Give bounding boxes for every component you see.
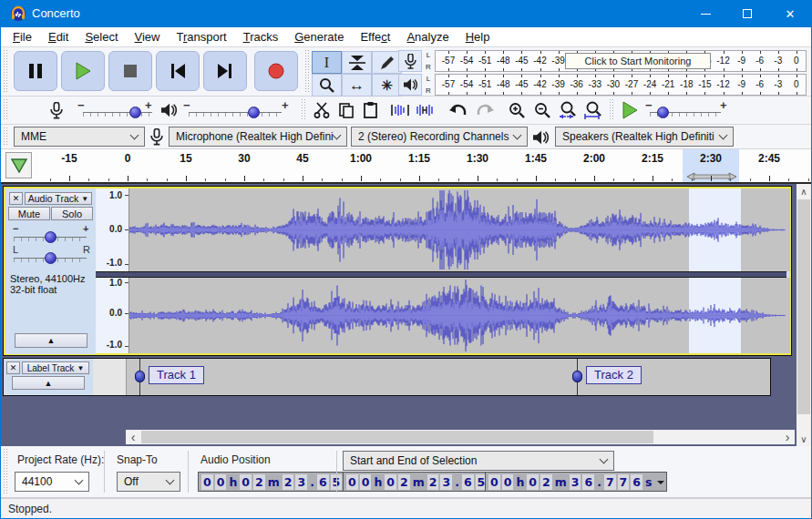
fit-project-button[interactable] [581,98,606,122]
fit-selection-button[interactable] [556,98,581,122]
snap-to-select[interactable]: Off [117,472,180,492]
audio-host-select[interactable]: MME [14,127,145,147]
vertical-scroll-thumb[interactable] [797,199,810,414]
time-digit[interactable]: 0 [385,474,396,490]
close-button[interactable]: ✕ [769,0,811,27]
play-button[interactable] [61,51,105,91]
time-unit[interactable]: . [597,475,601,489]
time-digit[interactable]: 0 [527,474,539,490]
time-unit[interactable]: m [555,475,567,489]
label-track-menu-button[interactable]: Label Track ▼ [22,361,89,374]
project-rate-select[interactable]: 44100 [15,472,89,492]
record-button[interactable] [254,51,298,91]
selection-end-field[interactable]: 00h02m36.776s [485,472,667,492]
menu-item-help[interactable]: Help [457,27,499,47]
timeline-ruler[interactable]: -1501530451:001:151:301:452:002:152:302:… [1,149,811,184]
skip-to-end-button[interactable] [203,51,247,91]
time-unit[interactable]: . [310,475,314,489]
zoom-out-button[interactable] [530,98,555,122]
time-digit[interactable]: 0 [502,474,514,490]
recording-meter[interactable]: LR -57-54-51-48-45-42-39-36-33-30-27-24-… [398,49,807,73]
time-digit[interactable]: 6 [462,474,474,490]
undo-button[interactable] [446,98,470,122]
selection-mode-select[interactable]: Start and End of Selection [343,451,614,471]
cut-button[interactable] [309,98,334,122]
label-marker-handle[interactable] [572,371,582,382]
mixer-toolbar-grip[interactable] [4,99,8,121]
scroll-up-button[interactable]: ∧ [797,184,811,198]
silence-audio-button[interactable] [412,98,437,122]
time-digit[interactable]: 7 [604,474,616,490]
menu-item-effect[interactable]: Effect [352,27,398,47]
audio-track-collapse-button[interactable]: ▲ [15,333,87,348]
timefield-dropdown-icon[interactable] [657,481,664,488]
menu-item-file[interactable]: File [5,27,40,47]
menu-item-analyze[interactable]: Analyze [398,27,457,47]
audio-track[interactable]: ✕ Audio Track ▼ Mute Solo − + L R [3,186,792,356]
label-track-collapse-button[interactable]: ▲ [12,376,85,390]
record-volume-thumb[interactable] [129,107,141,118]
scroll-right-button[interactable]: › [780,430,795,444]
time-digit[interactable]: 3 [295,474,307,490]
time-digit[interactable]: 0 [346,474,358,490]
time-digit[interactable]: 2 [398,474,410,490]
audio-track-close-button[interactable]: ✕ [9,192,23,205]
play-speed-thumb[interactable] [657,107,669,118]
solo-button[interactable]: Solo [51,207,93,220]
time-digit[interactable]: 0 [240,474,252,490]
scroll-down-button[interactable]: ∨ [797,432,811,446]
channel1-waveform[interactable] [129,188,790,271]
menu-item-view[interactable]: View [127,27,169,47]
pause-button[interactable] [14,51,57,91]
redo-button[interactable] [472,98,497,122]
zoom-tool-button[interactable] [312,74,342,97]
time-digit[interactable]: 3 [440,474,452,490]
copy-button[interactable] [334,98,358,122]
time-unit[interactable]: m [413,475,425,489]
channel2-waveform[interactable] [129,278,790,353]
time-digit[interactable]: 2 [253,474,265,490]
title-bar[interactable]: Concerto ✕ [1,0,811,27]
envelope-tool-button[interactable] [342,51,372,74]
time-unit[interactable]: m [268,475,280,489]
label-text-box[interactable]: Track 1 [149,366,204,384]
tools-toolbar-grip[interactable] [305,50,310,93]
time-digit[interactable]: 7 [618,474,630,490]
time-digit[interactable]: 6 [317,474,329,490]
edit-toolbar-grip[interactable] [302,99,306,121]
menu-item-transport[interactable]: Transport [168,27,234,47]
zoom-in-button[interactable] [505,98,529,122]
vertical-scrollbar[interactable]: ∧ ∨ [797,184,811,446]
play-at-speed-button[interactable] [617,98,642,122]
time-unit[interactable]: s [645,475,652,489]
gain-thumb[interactable] [45,231,57,243]
time-unit[interactable]: h [374,475,382,489]
time-digit[interactable]: 3 [570,474,581,490]
time-digit[interactable]: 0 [201,474,213,490]
channel2-vertical-ruler[interactable]: 1.0 0.0 -1.0 [96,278,129,353]
menu-item-generate[interactable]: Generate [286,27,352,47]
time-unit[interactable]: . [455,475,459,489]
transport-toolbar-grip[interactable] [4,50,8,93]
selection-toolbar-grip[interactable] [4,449,8,494]
time-shift-tool-button[interactable]: ↔ [342,74,372,97]
selection-tool-button[interactable]: I [312,51,342,74]
device-toolbar-grip[interactable] [4,127,8,146]
playback-device-select[interactable]: Speakers (Realtek High Definiti [555,127,734,147]
time-unit[interactable]: h [229,475,237,489]
time-digit[interactable]: 6 [631,474,642,490]
scroll-left-button[interactable]: ‹ [126,430,140,444]
trim-audio-button[interactable] [387,98,412,122]
label-track[interactable]: ✕ Label Track ▼ ▲ Track 1 Track 2 [3,358,771,396]
recording-device-select[interactable]: Microphone (Realtek High Defini [169,127,347,147]
time-unit[interactable]: h [516,475,524,489]
play-at-speed-grip[interactable] [610,99,614,121]
audio-track-menu-button[interactable]: Audio Track ▼ [25,192,92,205]
recording-channels-select[interactable]: 2 (Stereo) Recording Channels [351,127,528,147]
label-text-box[interactable]: Track 2 [586,366,642,384]
menu-item-tracks[interactable]: Tracks [235,27,287,47]
time-digit[interactable]: 2 [283,474,294,490]
horizontal-scrollbar[interactable]: ‹ › [126,430,795,444]
time-digit[interactable]: 0 [360,474,372,490]
channel1-vertical-ruler[interactable]: 1.0 0.0 -1.0 [96,188,129,271]
